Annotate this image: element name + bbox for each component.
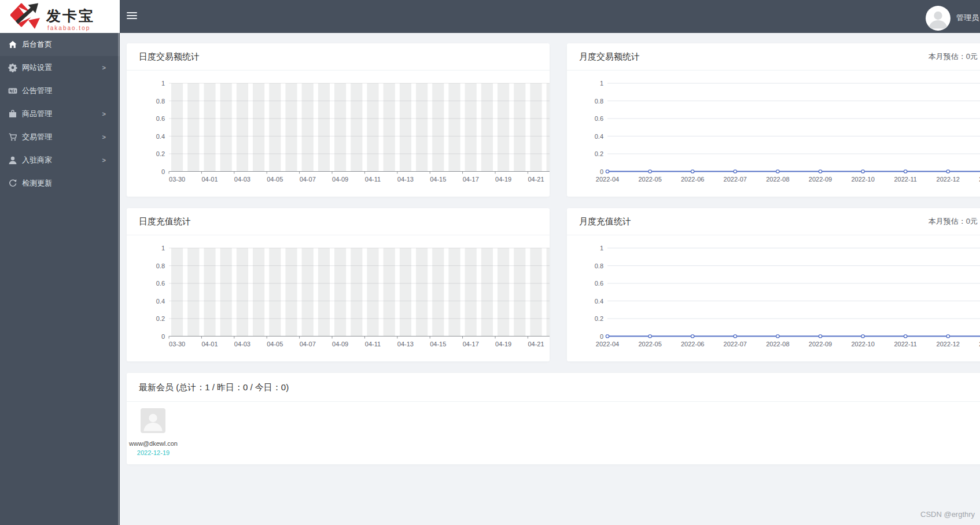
cart-icon <box>8 132 17 142</box>
member-avatar <box>141 408 165 433</box>
sidebar-scrollbar[interactable] <box>118 33 119 525</box>
svg-text:0.6: 0.6 <box>595 115 603 122</box>
sidebar-item-label: 公告管理 <box>22 79 52 102</box>
svg-text:04-05: 04-05 <box>267 341 283 347</box>
svg-text:0.2: 0.2 <box>156 315 165 322</box>
watermark: CSDN @ergthry <box>920 510 975 519</box>
svg-text:03-30: 03-30 <box>169 176 185 183</box>
svg-text:2022-10: 2022-10 <box>851 341 874 347</box>
svg-text:04-19: 04-19 <box>495 341 511 347</box>
card-title: 月度交易额统计本月预估：0元 <box>567 43 980 71</box>
member-email: www@dkewl.con <box>127 440 180 447</box>
svg-text:2022-10: 2022-10 <box>851 176 874 183</box>
logo: 发卡宝 fakabao.top <box>0 0 120 33</box>
home-icon <box>8 40 17 49</box>
sidebar-item-site-settings[interactable]: 网站设置> <box>0 56 120 79</box>
member-date: 2022-12-19 <box>127 449 180 456</box>
sidebar-item-products[interactable]: 商品管理> <box>0 102 120 125</box>
card-daily-trade: 日度交易额统计 00.20.40.60.8103-3004-0104-0304-… <box>127 43 550 197</box>
bag-icon <box>8 109 17 119</box>
svg-text:0.4: 0.4 <box>156 133 165 140</box>
card-latest-members: 最新会员 (总计：1 / 昨日：0 / 今日：0) www@dkewl.con … <box>127 373 980 464</box>
svg-text:0: 0 <box>600 333 603 340</box>
svg-text:0.8: 0.8 <box>156 98 165 105</box>
svg-text:04-09: 04-09 <box>332 176 348 183</box>
user-name[interactable]: 管理员 <box>956 13 979 23</box>
chevron-right-icon: > <box>102 125 106 149</box>
svg-text:2022-11: 2022-11 <box>894 341 917 347</box>
svg-text:0.2: 0.2 <box>595 315 603 322</box>
sidebar-item-transactions[interactable]: 交易管理> <box>0 125 120 149</box>
svg-text:0: 0 <box>161 168 165 175</box>
sidebar-item-label: 入驻商家 <box>22 149 52 172</box>
svg-text:04-11: 04-11 <box>365 341 381 347</box>
user-avatar[interactable] <box>926 6 950 31</box>
sidebar-menu: 后台首页网站设置>公告管理商品管理>交易管理>入驻商家>检测更新 <box>0 33 120 195</box>
svg-text:2022-08: 2022-08 <box>766 341 789 347</box>
logo-icon <box>10 2 44 30</box>
svg-text:04-15: 04-15 <box>430 341 446 347</box>
svg-text:0.2: 0.2 <box>156 150 165 157</box>
svg-text:04-05: 04-05 <box>267 176 283 183</box>
sidebar-item-merchants[interactable]: 入驻商家> <box>0 149 120 172</box>
svg-text:0.2: 0.2 <box>595 150 603 157</box>
svg-text:04-03: 04-03 <box>234 176 250 183</box>
card-daily-recharge: 日度充值统计 00.20.40.60.8103-3004-0104-0304-0… <box>127 208 550 361</box>
sidebar-item-label: 交易管理 <box>22 125 52 149</box>
svg-text:1: 1 <box>161 80 165 87</box>
svg-text:0.6: 0.6 <box>156 115 165 122</box>
svg-text:2022-05: 2022-05 <box>638 341 661 347</box>
sidebar-item-check-updates[interactable]: 检测更新 <box>0 172 120 195</box>
svg-text:2022-09: 2022-09 <box>809 176 832 183</box>
svg-text:03-30: 03-30 <box>169 341 185 347</box>
logo-title: 发卡宝 <box>46 6 95 25</box>
svg-text:0.4: 0.4 <box>595 298 603 305</box>
svg-text:04-09: 04-09 <box>332 341 348 347</box>
sidebar-item-home[interactable]: 后台首页 <box>0 33 120 56</box>
svg-text:04-13: 04-13 <box>397 176 414 183</box>
gear-icon <box>8 63 17 72</box>
svg-text:0.4: 0.4 <box>156 298 165 305</box>
svg-text:04-07: 04-07 <box>300 176 316 183</box>
svg-text:04-21: 04-21 <box>528 176 544 183</box>
sidebar-item-label: 检测更新 <box>22 172 52 195</box>
svg-text:04-07: 04-07 <box>300 341 316 347</box>
refresh-icon <box>8 179 17 188</box>
svg-text:04-13: 04-13 <box>397 341 414 347</box>
card-monthly-recharge: 月度充值统计本月预估：0元 00.20.40.60.812022-042022-… <box>567 208 980 361</box>
svg-text:2022-04: 2022-04 <box>596 176 619 183</box>
svg-text:2022-11: 2022-11 <box>894 176 917 183</box>
svg-text:1: 1 <box>600 245 603 252</box>
svg-text:04-21: 04-21 <box>528 341 544 347</box>
svg-text:2022-12: 2022-12 <box>937 341 960 347</box>
menu-toggle-icon[interactable] <box>127 12 138 21</box>
card-title: 月度充值统计本月预估：0元 <box>567 208 980 235</box>
svg-text:1: 1 <box>161 245 165 252</box>
user-icon <box>8 156 17 165</box>
sidebar-item-announcements[interactable]: 公告管理 <box>0 79 120 102</box>
sidebar: 发卡宝 fakabao.top 后台首页网站设置>公告管理商品管理>交易管理>入… <box>0 0 120 525</box>
card-title: 日度充值统计 <box>127 208 550 235</box>
svg-text:04-01: 04-01 <box>201 341 218 347</box>
svg-text:2022-06: 2022-06 <box>681 341 704 347</box>
daily-trade-chart: 00.20.40.60.8103-3004-0104-0304-0504-070… <box>127 71 550 197</box>
chevron-right-icon: > <box>102 56 106 79</box>
svg-text:0.8: 0.8 <box>156 262 165 269</box>
chevron-right-icon: > <box>102 149 106 172</box>
svg-text:04-15: 04-15 <box>430 176 446 183</box>
sidebar-item-label: 商品管理 <box>22 102 52 125</box>
svg-text:0.4: 0.4 <box>595 133 603 140</box>
svg-text:2022-05: 2022-05 <box>638 176 661 183</box>
card-monthly-trade: 月度交易额统计本月预估：0元 00.20.40.60.812022-042022… <box>567 43 980 197</box>
svg-text:04-03: 04-03 <box>234 341 250 347</box>
svg-text:2022-06: 2022-06 <box>681 176 704 183</box>
svg-text:2022-04: 2022-04 <box>596 341 619 347</box>
chevron-right-icon: > <box>102 102 106 125</box>
svg-text:0.8: 0.8 <box>595 262 603 269</box>
monthly-estimate: 本月预估：0元 <box>929 43 978 70</box>
svg-text:04-11: 04-11 <box>365 176 381 183</box>
svg-text:0: 0 <box>600 168 603 175</box>
monthly-recharge-chart: 00.20.40.60.812022-042022-052022-062022-… <box>567 235 980 361</box>
svg-text:0: 0 <box>161 333 165 340</box>
svg-text:04-17: 04-17 <box>463 341 479 347</box>
